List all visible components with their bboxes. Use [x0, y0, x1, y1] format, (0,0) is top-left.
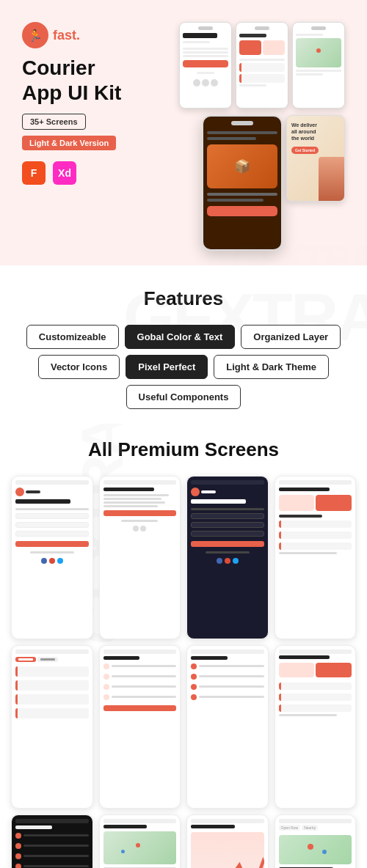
- tool-icons: F Xd: [22, 161, 132, 185]
- screen-map-view: [99, 814, 181, 868]
- premium-screens-section: All Premium Screens GFXTRA: [0, 424, 367, 868]
- features-title: Features: [15, 287, 352, 310]
- feature-tag-pixel-perfect: Pixel Perfect: [126, 355, 208, 379]
- screen-welcome-dark: [186, 476, 269, 639]
- features-grid: Customizeable Gobal Color & Text Organiz…: [15, 325, 352, 409]
- screen-shipment: [275, 476, 357, 639]
- hero-section: 🏃 fast. Courier App UI Kit 35+ Screens L…: [0, 0, 367, 265]
- features-section: GFXTRA Features Customizeable Gobal Colo…: [0, 265, 367, 424]
- screen-services: [99, 645, 181, 809]
- hero-badges: 35+ Screens Light & Dark Version: [22, 114, 132, 150]
- hero-phones: 📦 We deliverall aroundthe world Get Star…: [147, 22, 345, 251]
- hero-deliver-card: We deliverall aroundthe world Get Starte…: [286, 115, 345, 202]
- hero-phone-3: [292, 22, 345, 108]
- feature-tag-organized-layer: Organized Layer: [241, 325, 341, 349]
- screen-welcome-light: [11, 476, 93, 639]
- version-badge: Light & Dark Version: [22, 136, 116, 150]
- feature-tag-light-dark: Light & Dark Theme: [214, 355, 329, 379]
- screen-list-dark: [11, 814, 93, 868]
- screens-row-1: [11, 476, 356, 639]
- brand-logo-icon: 🏃: [22, 22, 48, 48]
- screen-signup: [99, 476, 181, 639]
- screen-delivery-history: [11, 645, 93, 809]
- premium-title: All Premium Screens: [11, 438, 356, 461]
- hero-title: Courier App UI Kit: [22, 56, 132, 105]
- logo-area: 🏃 fast.: [22, 22, 132, 48]
- feature-tag-global-color: Gobal Color & Text: [125, 325, 236, 349]
- screens-row-2: [11, 645, 356, 809]
- feature-tag-customizeable: Customizeable: [26, 325, 119, 349]
- svg-marker-2: [191, 859, 264, 868]
- screen-tracking-detail: [275, 645, 357, 809]
- screen-stats: [186, 814, 269, 868]
- hero-phone-2: [236, 22, 288, 108]
- screen-delivery-services: Open Now Nearby: [275, 814, 357, 868]
- xd-icon: Xd: [53, 161, 76, 185]
- svg-text:🏃: 🏃: [28, 29, 43, 43]
- figma-icon: F: [22, 161, 46, 185]
- feature-tag-useful-components: Useful Components: [126, 385, 241, 409]
- screen-services-2: [186, 645, 269, 809]
- hero-large-phone: 📦: [202, 115, 283, 251]
- hero-phone-1: [179, 22, 232, 108]
- screens-count-badge: 35+ Screens: [22, 114, 86, 130]
- screens-row-3: Open Now Nearby: [11, 814, 356, 868]
- brand-name: fast.: [53, 28, 80, 43]
- feature-tag-vector-icons: Vector Icons: [38, 355, 120, 379]
